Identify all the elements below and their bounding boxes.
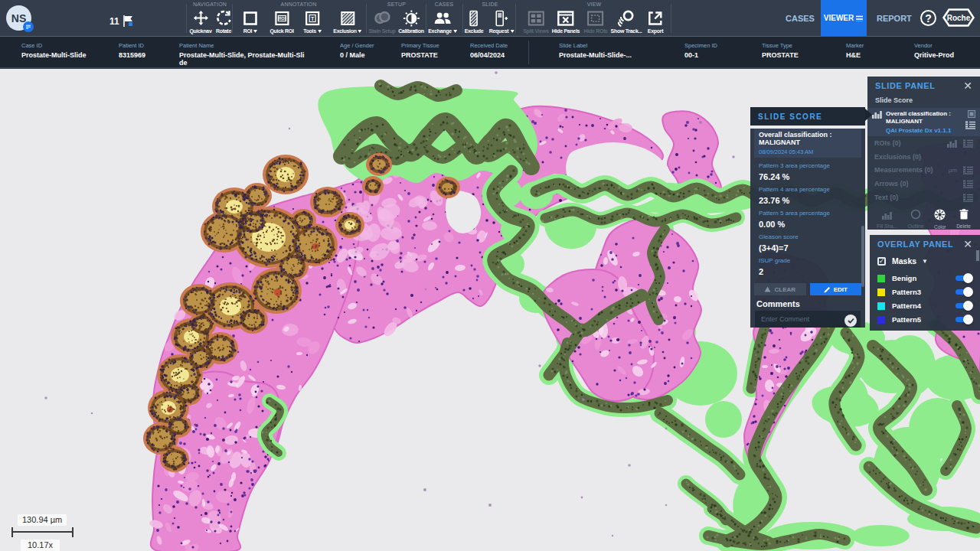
svg-text:Roche: Roche bbox=[947, 14, 971, 22]
svg-text:T: T bbox=[311, 15, 315, 21]
svg-text:ROI: ROI bbox=[279, 16, 286, 21]
